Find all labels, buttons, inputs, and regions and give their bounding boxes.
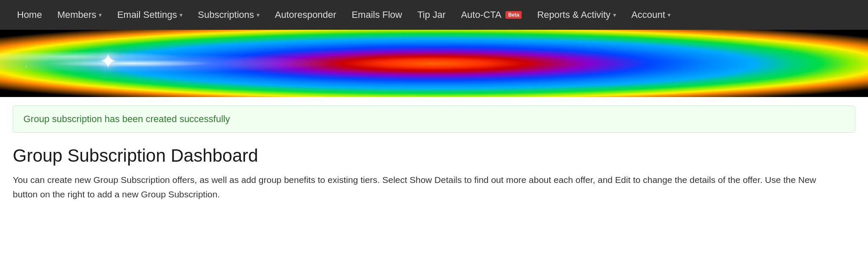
nav-account[interactable]: Account ▾ [625,5,678,25]
beta-badge: Beta [505,11,522,19]
nav-tip-jar[interactable]: Tip Jar [411,5,452,25]
main-content: Group Subscription Dashboard You can cre… [0,141,868,214]
nav-auto-cta[interactable]: Auto-CTA Beta [454,5,528,25]
alert-message: Group subscription has been created succ… [23,114,230,124]
alert-container: Group subscription has been created succ… [0,97,868,141]
nav-reports-activity[interactable]: Reports & Activity ▾ [530,5,622,25]
page-title: Group Subscription Dashboard [13,146,855,166]
nav-members[interactable]: Members ▾ [51,5,109,25]
nav-email-settings[interactable]: Email Settings ▾ [110,5,189,25]
nav-autoresponder[interactable]: Autoresponder [268,5,343,25]
nav-home[interactable]: Home [10,5,49,25]
nav-email-settings-label: Email Settings [117,9,177,20]
chevron-down-icon: ▾ [613,11,616,18]
nav-auto-cta-label: Auto-CTA [461,9,501,20]
nav-members-label: Members [57,9,97,20]
star-burst-decoration [95,49,121,74]
navbar: Home Members ▾ Email Settings ▾ Subscrip… [0,0,868,30]
hero-banner-image [0,30,868,97]
chevron-down-icon: ▾ [257,11,260,18]
nav-reports-activity-label: Reports & Activity [537,9,610,20]
hero-banner [0,30,868,97]
nav-account-label: Account [631,9,665,20]
page-description: You can create new Group Subscription of… [13,173,821,201]
chevron-down-icon: ▾ [668,11,671,18]
nav-emails-flow[interactable]: Emails Flow [345,5,409,25]
nav-subscriptions-label: Subscriptions [198,9,254,20]
success-alert: Group subscription has been created succ… [13,106,855,133]
chevron-down-icon: ▾ [180,11,183,18]
nav-subscriptions[interactable]: Subscriptions ▾ [191,5,266,25]
chevron-down-icon: ▾ [99,11,102,18]
